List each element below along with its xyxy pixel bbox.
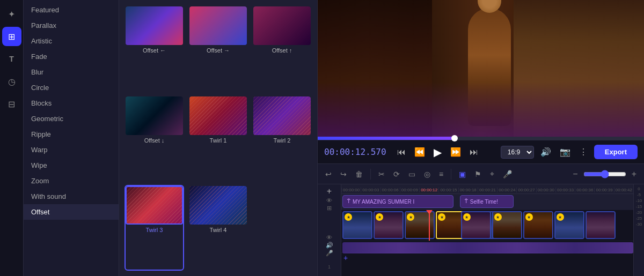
- video-clip-6[interactable]: ★: [461, 211, 491, 239]
- export-button[interactable]: Export: [594, 145, 638, 159]
- track-num-1: 1: [322, 261, 337, 273]
- ruler-mark: 00:00:00: [341, 188, 361, 192]
- volume-button[interactable]: 🔊: [538, 145, 553, 159]
- track-num-2: 2: [322, 273, 337, 276]
- preview-wrapper: 00:00:12.570 ⏮ ⏪ ▶ ⏩ ⏭ 16:9 9:16 1:1 4:3…: [318, 0, 644, 163]
- zoom-in-button[interactable]: +: [628, 167, 640, 181]
- transition-twirl-3[interactable]: Twirl 3: [125, 185, 184, 271]
- transition-twirl-2[interactable]: Twirl 2: [252, 95, 312, 181]
- video-clip-2[interactable]: ★: [374, 211, 404, 239]
- text-clip-1[interactable]: T̈ MY AMAZING SUMMER I: [342, 195, 453, 208]
- step-forward-button[interactable]: ⏩: [448, 145, 463, 159]
- effect-item-blur[interactable]: Blur: [24, 64, 119, 80]
- effect-item-offset[interactable]: Offset: [24, 204, 119, 220]
- effect-item-circle[interactable]: Circle: [24, 80, 119, 95]
- playhead[interactable]: [429, 210, 430, 241]
- link-button[interactable]: ⊞: [322, 205, 337, 212]
- effect-item-fade[interactable]: Fade: [24, 49, 119, 64]
- transition-offset-up[interactable]: Offset ↑: [252, 5, 312, 91]
- apps-icon[interactable]: ⊟: [2, 94, 21, 114]
- vol-mark-15: -15: [636, 204, 642, 209]
- grid-icon[interactable]: ⊞: [2, 27, 21, 46]
- rotate-button[interactable]: ⟳: [390, 168, 403, 181]
- effect-item-geometric[interactable]: Geometric: [24, 111, 119, 126]
- toolbar-separator-1: [370, 169, 371, 180]
- step-back-button[interactable]: ⏪: [412, 145, 427, 159]
- effect-item-ripple[interactable]: Ripple: [24, 126, 119, 142]
- progress-bar[interactable]: [318, 137, 644, 140]
- ruler-mark: 00:00:42: [614, 188, 633, 192]
- screenshot-button[interactable]: 📷: [558, 145, 573, 159]
- pin-button[interactable]: ⌖: [487, 167, 497, 181]
- text-clip-icon-2: T̈: [465, 199, 468, 204]
- transition-offset-left[interactable]: Offset ←: [125, 5, 184, 91]
- delete-button[interactable]: 🗑: [352, 168, 366, 181]
- text-track-row: T̈ MY AMAZING SUMMER I T̈ Selfie Time!: [341, 194, 633, 210]
- vol-mark-30: -30: [636, 222, 642, 227]
- progress-handle[interactable]: [451, 135, 458, 141]
- sound-button[interactable]: 🔊: [322, 242, 337, 249]
- timeline-content: + 👁 ⊞ 👁 🔊 🎤 1 2 3 00:00:00 00:00:: [318, 184, 644, 276]
- clip-button[interactable]: ▣: [456, 168, 469, 181]
- transition-label: Offset ↓: [126, 135, 183, 145]
- aspect-ratio-select[interactable]: 16:9 9:16 1:1 4:3: [501, 146, 534, 159]
- undo-button[interactable]: ↩: [322, 168, 335, 181]
- progress-fill: [318, 137, 455, 140]
- transition-twirl-1[interactable]: Twirl 1: [188, 95, 248, 181]
- effect-item-wipe[interactable]: Wipe: [24, 158, 119, 173]
- timecode-main: 00:00:12: [324, 147, 365, 157]
- ruler-mark: 00:00:03: [361, 188, 380, 192]
- skip-end-button[interactable]: ⏭: [467, 145, 480, 159]
- vol-mark-20: -20: [636, 210, 642, 215]
- add-audio-track-button[interactable]: +: [343, 253, 348, 262]
- redo-button[interactable]: ↪: [337, 168, 350, 181]
- audio-button[interactable]: 🎤: [500, 168, 515, 181]
- add-track-button[interactable]: +: [322, 187, 337, 196]
- timeline-main: 00:00:00 00:00:03 00:00:06 00:00:09 00:0…: [341, 184, 633, 276]
- ruler-mark: 00:00:21: [478, 188, 497, 192]
- mic-button[interactable]: 🎤: [322, 250, 337, 257]
- text-icon[interactable]: T: [2, 49, 21, 69]
- transition-twirl-4[interactable]: Twirl 4: [188, 185, 248, 271]
- effects-panel: Featured Parallax Artistic Fade Blur Cir…: [24, 0, 119, 276]
- preview-controls: 00:00:12.570 ⏮ ⏪ ▶ ⏩ ⏭ 16:9 9:16 1:1 4:3…: [318, 140, 644, 163]
- star-icon[interactable]: ✦: [2, 4, 21, 24]
- cut-button[interactable]: ✂: [375, 168, 388, 181]
- crop-button[interactable]: ▭: [405, 168, 419, 181]
- clip-star-6: ★: [463, 213, 471, 221]
- transition-label: Twirl 3: [126, 225, 183, 234]
- clock-icon[interactable]: ◷: [2, 72, 21, 91]
- zoom-out-button[interactable]: −: [569, 167, 581, 181]
- video-clip-8[interactable]: ★: [523, 211, 553, 239]
- effect-item-warp[interactable]: Warp: [24, 142, 119, 158]
- transition-offset-down[interactable]: Offset ↓: [125, 95, 184, 181]
- vol-mark-5: -5: [637, 192, 641, 197]
- more-options-button[interactable]: ⋮: [577, 145, 590, 159]
- align-button[interactable]: ≡: [436, 168, 447, 181]
- effect-item-featured[interactable]: Featured: [24, 2, 119, 18]
- video-clip-1[interactable]: ★: [342, 211, 372, 239]
- audio-wave: [342, 242, 633, 253]
- text-clip-2[interactable]: T̈ Selfie Time!: [460, 195, 514, 208]
- skip-start-button[interactable]: ⏮: [395, 145, 408, 159]
- video-clip-10[interactable]: [586, 211, 616, 239]
- effect-item-with-sound[interactable]: With sound: [24, 189, 119, 204]
- eye-button-1[interactable]: 👁: [322, 197, 337, 204]
- eye-button-2[interactable]: 👁: [322, 234, 337, 241]
- effect-item-parallax[interactable]: Parallax: [24, 18, 119, 33]
- play-pause-button[interactable]: ▶: [431, 144, 444, 161]
- transition-label: Twirl 1: [189, 135, 247, 145]
- effect-item-zoom[interactable]: Zoom: [24, 173, 119, 189]
- effect-item-blocks[interactable]: Blocks: [24, 95, 119, 111]
- effect-item-artistic[interactable]: Artistic: [24, 33, 119, 49]
- vol-mark-25: -25: [636, 216, 642, 221]
- zoom-slider[interactable]: [583, 170, 626, 178]
- timeline-left-controls: + 👁 ⊞ 👁 🔊 🎤 1 2 3: [318, 184, 341, 276]
- flag-button[interactable]: ⚑: [471, 168, 485, 181]
- video-clip-3[interactable]: ★: [405, 211, 435, 239]
- transition-offset-right[interactable]: Offset →: [188, 5, 248, 91]
- color-button[interactable]: ◎: [421, 168, 434, 181]
- video-clip-7[interactable]: ★: [492, 211, 522, 239]
- video-clip-9[interactable]: ★: [554, 211, 584, 239]
- effects-list: Featured Parallax Artistic Fade Blur Cir…: [24, 0, 119, 276]
